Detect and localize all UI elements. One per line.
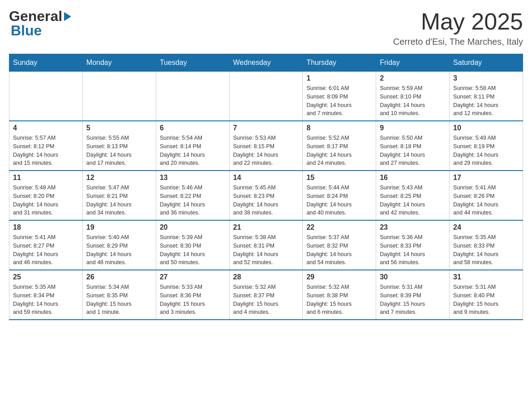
day-header-sunday: Sunday — [9, 54, 83, 72]
day-number: 29 — [306, 273, 372, 281]
day-info: Sunrise: 5:44 AM Sunset: 8:24 PM Dayligh… — [306, 184, 372, 217]
calendar-cell: 13Sunrise: 5:46 AM Sunset: 8:22 PM Dayli… — [156, 171, 229, 220]
day-info: Sunrise: 5:33 AM Sunset: 8:36 PM Dayligh… — [160, 283, 226, 317]
day-number: 1 — [306, 74, 372, 82]
calendar-cell: 6Sunrise: 5:54 AM Sunset: 8:14 PM Daylig… — [156, 121, 229, 171]
day-info: Sunrise: 5:52 AM Sunset: 8:17 PM Dayligh… — [306, 134, 372, 167]
day-number: 5 — [86, 124, 152, 132]
day-info: Sunrise: 5:32 AM Sunset: 8:38 PM Dayligh… — [306, 283, 372, 317]
day-number: 26 — [86, 273, 152, 281]
day-header-tuesday: Tuesday — [156, 54, 229, 72]
day-number: 14 — [233, 174, 299, 182]
day-info: Sunrise: 5:37 AM Sunset: 8:32 PM Dayligh… — [306, 233, 372, 267]
calendar-cell: 22Sunrise: 5:37 AM Sunset: 8:32 PM Dayli… — [303, 220, 376, 270]
day-info: Sunrise: 5:39 AM Sunset: 8:30 PM Dayligh… — [160, 233, 226, 267]
day-number: 8 — [306, 124, 372, 132]
calendar-cell: 28Sunrise: 5:32 AM Sunset: 8:37 PM Dayli… — [229, 270, 303, 320]
calendar-cell: 8Sunrise: 5:52 AM Sunset: 8:17 PM Daylig… — [303, 121, 376, 171]
calendar-cell: 27Sunrise: 5:33 AM Sunset: 8:36 PM Dayli… — [156, 270, 229, 320]
day-number: 12 — [86, 174, 152, 182]
day-info: Sunrise: 5:35 AM Sunset: 8:34 PM Dayligh… — [13, 283, 79, 317]
calendar-cell: 25Sunrise: 5:35 AM Sunset: 8:34 PM Dayli… — [9, 270, 83, 320]
calendar-cell: 15Sunrise: 5:44 AM Sunset: 8:24 PM Dayli… — [303, 171, 376, 220]
calendar-cell: 21Sunrise: 5:38 AM Sunset: 8:31 PM Dayli… — [229, 220, 303, 270]
calendar-cell: 5Sunrise: 5:55 AM Sunset: 8:13 PM Daylig… — [82, 121, 156, 171]
day-number: 16 — [380, 174, 446, 182]
day-number: 27 — [160, 273, 226, 281]
day-header-thursday: Thursday — [303, 54, 376, 72]
day-number: 24 — [453, 223, 519, 231]
calendar-body: 1Sunrise: 6:01 AM Sunset: 8:09 PM Daylig… — [9, 72, 523, 320]
calendar-week-2: 4Sunrise: 5:57 AM Sunset: 8:12 PM Daylig… — [9, 121, 523, 171]
day-info: Sunrise: 5:32 AM Sunset: 8:37 PM Dayligh… — [233, 283, 299, 317]
day-info: Sunrise: 5:41 AM Sunset: 8:26 PM Dayligh… — [453, 184, 519, 217]
day-info: Sunrise: 5:58 AM Sunset: 8:11 PM Dayligh… — [453, 84, 519, 118]
calendar-header: SundayMondayTuesdayWednesdayThursdayFrid… — [9, 54, 523, 72]
day-info: Sunrise: 5:57 AM Sunset: 8:12 PM Dayligh… — [13, 134, 79, 167]
calendar-cell: 2Sunrise: 5:59 AM Sunset: 8:10 PM Daylig… — [376, 72, 450, 121]
day-header-friday: Friday — [376, 54, 450, 72]
calendar-cell: 1Sunrise: 6:01 AM Sunset: 8:09 PM Daylig… — [303, 72, 376, 121]
calendar-cell: 20Sunrise: 5:39 AM Sunset: 8:30 PM Dayli… — [156, 220, 229, 270]
day-header-monday: Monday — [82, 54, 156, 72]
page-header: General Blue May 2025 Cerreto d'Esi, The… — [9, 9, 523, 47]
day-number: 2 — [380, 74, 446, 82]
day-info: Sunrise: 5:45 AM Sunset: 8:23 PM Dayligh… — [233, 184, 299, 217]
calendar-cell: 31Sunrise: 5:31 AM Sunset: 8:40 PM Dayli… — [450, 270, 523, 320]
calendar-cell: 26Sunrise: 5:34 AM Sunset: 8:35 PM Dayli… — [82, 270, 156, 320]
day-info: Sunrise: 5:47 AM Sunset: 8:21 PM Dayligh… — [86, 184, 152, 217]
day-number: 28 — [233, 273, 299, 281]
logo: General Blue — [9, 9, 71, 39]
day-info: Sunrise: 5:54 AM Sunset: 8:14 PM Dayligh… — [160, 134, 226, 167]
calendar-cell: 10Sunrise: 5:49 AM Sunset: 8:19 PM Dayli… — [450, 121, 523, 171]
day-number: 10 — [453, 124, 519, 132]
day-info: Sunrise: 5:50 AM Sunset: 8:18 PM Dayligh… — [380, 134, 446, 167]
calendar-week-3: 11Sunrise: 5:48 AM Sunset: 8:20 PM Dayli… — [9, 171, 523, 220]
days-of-week-row: SundayMondayTuesdayWednesdayThursdayFrid… — [9, 54, 523, 72]
day-number: 18 — [13, 223, 79, 231]
calendar-cell — [82, 72, 156, 121]
calendar-cell: 9Sunrise: 5:50 AM Sunset: 8:18 PM Daylig… — [376, 121, 450, 171]
day-number: 19 — [86, 223, 152, 231]
calendar-cell — [9, 72, 83, 121]
day-info: Sunrise: 5:43 AM Sunset: 8:25 PM Dayligh… — [380, 184, 446, 217]
calendar-cell — [229, 72, 303, 121]
calendar-cell: 14Sunrise: 5:45 AM Sunset: 8:23 PM Dayli… — [229, 171, 303, 220]
calendar-subtitle: Cerreto d'Esi, The Marches, Italy — [393, 37, 523, 47]
day-header-saturday: Saturday — [450, 54, 523, 72]
day-number: 11 — [13, 174, 79, 182]
day-number: 25 — [13, 273, 79, 281]
day-number: 6 — [160, 124, 226, 132]
calendar-cell — [156, 72, 229, 121]
day-header-wednesday: Wednesday — [229, 54, 303, 72]
calendar-cell: 29Sunrise: 5:32 AM Sunset: 8:38 PM Dayli… — [303, 270, 376, 320]
day-number: 4 — [13, 124, 79, 132]
day-number: 31 — [453, 273, 519, 281]
calendar-table: SundayMondayTuesdayWednesdayThursdayFrid… — [9, 54, 523, 320]
calendar-cell: 12Sunrise: 5:47 AM Sunset: 8:21 PM Dayli… — [82, 171, 156, 220]
day-number: 30 — [380, 273, 446, 281]
day-info: Sunrise: 5:48 AM Sunset: 8:20 PM Dayligh… — [13, 184, 79, 217]
day-info: Sunrise: 5:34 AM Sunset: 8:35 PM Dayligh… — [86, 283, 152, 317]
logo-blue-text: Blue — [11, 22, 42, 39]
day-info: Sunrise: 6:01 AM Sunset: 8:09 PM Dayligh… — [306, 84, 372, 118]
calendar-cell: 11Sunrise: 5:48 AM Sunset: 8:20 PM Dayli… — [9, 171, 83, 220]
day-number: 9 — [380, 124, 446, 132]
calendar-cell: 24Sunrise: 5:35 AM Sunset: 8:33 PM Dayli… — [450, 220, 523, 270]
calendar-week-1: 1Sunrise: 6:01 AM Sunset: 8:09 PM Daylig… — [9, 72, 523, 121]
calendar-cell: 23Sunrise: 5:36 AM Sunset: 8:33 PM Dayli… — [376, 220, 450, 270]
day-number: 20 — [160, 223, 226, 231]
day-info: Sunrise: 5:40 AM Sunset: 8:29 PM Dayligh… — [86, 233, 152, 267]
calendar-cell: 18Sunrise: 5:41 AM Sunset: 8:27 PM Dayli… — [9, 220, 83, 270]
calendar-title: May 2025 — [393, 9, 523, 34]
logo-general-text: General — [9, 9, 62, 23]
day-number: 13 — [160, 174, 226, 182]
day-info: Sunrise: 5:59 AM Sunset: 8:10 PM Dayligh… — [380, 84, 446, 118]
day-info: Sunrise: 5:46 AM Sunset: 8:22 PM Dayligh… — [160, 184, 226, 217]
calendar-week-5: 25Sunrise: 5:35 AM Sunset: 8:34 PM Dayli… — [9, 270, 523, 320]
calendar-cell: 17Sunrise: 5:41 AM Sunset: 8:26 PM Dayli… — [450, 171, 523, 220]
day-number: 22 — [306, 223, 372, 231]
calendar-cell: 30Sunrise: 5:31 AM Sunset: 8:39 PM Dayli… — [376, 270, 450, 320]
day-info: Sunrise: 5:36 AM Sunset: 8:33 PM Dayligh… — [380, 233, 446, 267]
logo-flag-icon — [64, 12, 71, 21]
